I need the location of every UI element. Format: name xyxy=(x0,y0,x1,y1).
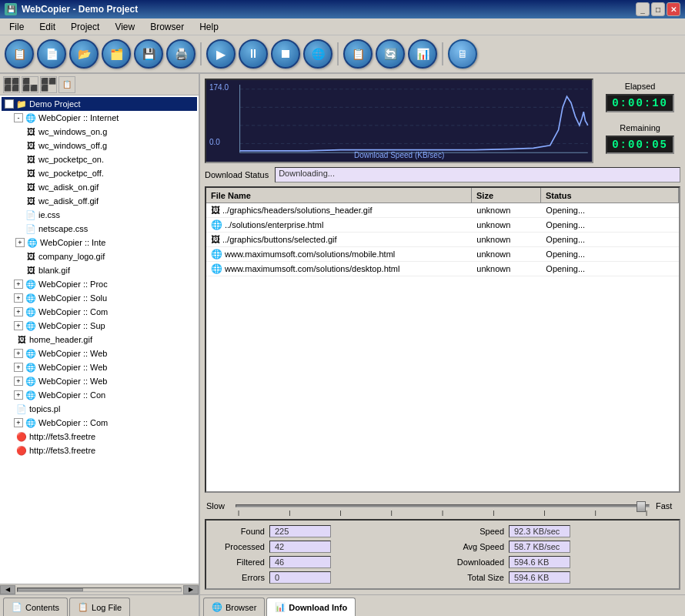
right-panel: 174.0 0.0 Download Speed (KB xyxy=(200,74,685,594)
tree-item-company-logo[interactable]: 🖼 company_logo.gif xyxy=(2,249,197,263)
toolbar-open-button[interactable]: 📄 xyxy=(37,39,66,69)
maximize-button[interactable]: □ xyxy=(651,2,665,16)
tree-expand-webcop-inte2[interactable]: + xyxy=(15,238,25,247)
tree-item-webcop-web3[interactable]: + 🌐 WebCopier :: Web xyxy=(2,374,197,388)
toolbar-print-button[interactable]: 🖨️ xyxy=(166,39,195,69)
toolbar-save-button[interactable]: 💾 xyxy=(134,39,163,69)
tree-item-webcop-sup[interactable]: + 🌐 WebCopier :: Sup xyxy=(2,319,197,333)
tree-item-webcop-com2[interactable]: + 🌐 WebCopier :: Com xyxy=(2,416,197,430)
tree-btn-4[interactable]: 📋 xyxy=(58,76,75,93)
menu-help[interactable]: Help xyxy=(193,20,225,34)
tree-expand-webcop-con[interactable]: + xyxy=(14,390,23,400)
tree-item-http-fets3-2[interactable]: 🔴 http://fets3.freetre xyxy=(2,444,197,457)
tree-item-webcop-inte2[interactable]: + 🌐 WebCopier :: Inte xyxy=(2,236,197,249)
menu-browser[interactable]: Browser xyxy=(144,20,190,34)
tab-download-info[interactable]: 📊 Download Info xyxy=(266,598,356,616)
td-size-3: unknown xyxy=(472,249,541,259)
left-panel: ⬛⬛⬛⬛ ⬛⬛⬛ ⬛⬛⬛ 📋 - 📁 Demo Project - 🌐 WebC… xyxy=(0,74,200,594)
tree-btn-1[interactable]: ⬛⬛⬛⬛ xyxy=(3,76,20,93)
tree-item-http-fets3-1[interactable]: 🔴 http://fets3.freetre xyxy=(2,430,197,444)
tree-icon-netscape-css: 📄 xyxy=(25,223,37,234)
tree-expand-webcop-com2[interactable]: + xyxy=(14,418,23,427)
contents-tab-icon: 📄 xyxy=(12,602,22,612)
tree-item-home-header[interactable]: 🖼 home_header.gif xyxy=(2,333,197,346)
toolbar-stats-button[interactable]: 📊 xyxy=(408,39,437,69)
toolbar-project-button[interactable]: 🗂️ xyxy=(102,39,131,69)
tree-item-wc-pocketpc-off[interactable]: 🖼 wc_pocketpc_off. xyxy=(2,166,197,180)
table-row[interactable]: 🖼 ../graphics/headers/solutions_header.g… xyxy=(206,203,679,218)
tree-item-webcop-internet[interactable]: - 🌐 WebCopier :: Internet xyxy=(2,111,197,125)
tree-item-blank-gif[interactable]: 🖼 blank.gif xyxy=(2,263,197,277)
toolbar-web-button[interactable]: 🌐 xyxy=(303,39,332,69)
tree-expand-webcop-proc[interactable]: + xyxy=(14,280,23,289)
tree-item-demo-project[interactable]: - 📁 Demo Project xyxy=(2,97,197,111)
toolbar-stop-button[interactable]: ⏹ xyxy=(271,39,300,69)
tree-btn-2[interactable]: ⬛⬛⬛ xyxy=(22,76,38,93)
toolbar-folder-button[interactable]: 📂 xyxy=(69,39,99,69)
table-row[interactable]: 🌐 www.maximumsoft.com/solutions/desktop.… xyxy=(206,262,679,276)
tree-label-webcop-web3: WebCopier :: Web xyxy=(38,377,107,386)
td-status-4: Opening... xyxy=(541,263,679,274)
td-status-0: Opening... xyxy=(541,205,679,216)
tree-item-webcop-com1[interactable]: + 🌐 WebCopier :: Com xyxy=(2,305,197,319)
tab-contents[interactable]: 📄 Contents xyxy=(3,598,68,616)
toolbar-pause-button[interactable]: ⏸ xyxy=(239,39,268,69)
table-row[interactable]: 🌐 ../solutions/enterprise.html unknown O… xyxy=(206,218,679,233)
tree-expand-webcop-web1[interactable]: + xyxy=(14,349,23,358)
tree-btn-3[interactable]: ⬛⬛⬛ xyxy=(40,76,57,93)
slow-label: Slow xyxy=(206,501,229,511)
tree-item-webcop-web1[interactable]: + 🌐 WebCopier :: Web xyxy=(2,346,197,360)
tree-expand-demo-project[interactable]: - xyxy=(5,99,14,109)
tree-item-wc-adisk-on[interactable]: 🖼 wc_adisk_on.gif xyxy=(2,180,197,194)
chart-y-max: 174.0 xyxy=(209,83,229,92)
tree-expand-webcop-sup[interactable]: + xyxy=(14,321,23,330)
minimize-button[interactable]: _ xyxy=(636,2,650,16)
errors-value: 0 xyxy=(269,571,331,584)
tree-item-webcop-solu[interactable]: + 🌐 WebCopier :: Solu xyxy=(2,291,197,305)
main-layout: ⬛⬛⬛⬛ ⬛⬛⬛ ⬛⬛⬛ 📋 - 📁 Demo Project - 🌐 WebC… xyxy=(0,74,685,594)
table-row[interactable]: 🌐 www.maximumsoft.com/solutions/mobile.h… xyxy=(206,247,679,262)
tree-label-wc-adisk-on: wc_adisk_on.gif xyxy=(38,182,99,192)
tree-item-ie-css[interactable]: 📄 ie.css xyxy=(2,208,197,222)
tree-item-wc-pocketpc-on[interactable]: 🖼 wc_pocketpc_on. xyxy=(2,152,197,166)
tree-item-topics-pl[interactable]: 📄 topics.pl xyxy=(2,402,197,416)
tree-area[interactable]: - 📁 Demo Project - 🌐 WebCopier :: Intern… xyxy=(0,95,199,584)
tree-expand-webcop-com1[interactable]: + xyxy=(14,307,23,316)
tree-icon-wc-adisk-off: 🖼 xyxy=(25,196,37,206)
tree-icon-webcop-solu: 🌐 xyxy=(25,293,37,303)
table-row[interactable]: 🖼 ../graphics/buttons/selected.gif unkno… xyxy=(206,233,679,247)
tree-item-netscape-css[interactable]: 📄 netscape.css xyxy=(2,222,197,236)
window-title: WebCopier - Demo Project xyxy=(22,4,138,15)
slider-ticks: ||||||||| xyxy=(236,509,649,516)
td-size-0: unknown xyxy=(472,205,541,216)
total-size-value: 594.6 KB xyxy=(509,571,570,584)
tree-item-webcop-con[interactable]: + 🌐 WebCopier :: Con xyxy=(2,388,197,402)
tree-icon-webcop-com1: 🌐 xyxy=(25,306,37,317)
speed-slider-container: Slow ||||||||| Fast xyxy=(205,497,680,515)
tab-logfile[interactable]: 📋 Log File xyxy=(69,598,130,616)
tree-item-wc-windows-on[interactable]: 🖼 wc_windows_on.g xyxy=(2,125,197,139)
td-size-4: unknown xyxy=(472,263,541,274)
tree-item-wc-windows-off[interactable]: 🖼 wc_windows_off.g xyxy=(2,139,197,152)
tree-expand-webcop-solu[interactable]: + xyxy=(14,293,23,303)
close-button[interactable]: ✕ xyxy=(667,2,680,16)
tree-item-wc-adisk-off[interactable]: 🖼 wc_adisk_off.gif xyxy=(2,194,197,208)
tree-expand-webcop-web3[interactable]: + xyxy=(14,377,23,386)
toolbar-refresh-button[interactable]: 🔄 xyxy=(376,39,405,69)
toolbar-copy-button[interactable]: 📋 xyxy=(343,39,373,69)
tree-item-webcop-web2[interactable]: + 🌐 WebCopier :: Web xyxy=(2,360,197,374)
toolbar-new-button[interactable]: 📋 xyxy=(5,39,34,69)
menu-file[interactable]: File xyxy=(3,20,30,34)
toolbar-play-button[interactable]: ▶ xyxy=(206,39,236,69)
tab-browser[interactable]: 🌐 Browser xyxy=(203,598,265,616)
tree-expand-webcop-internet[interactable]: - xyxy=(14,113,23,122)
menu-edit[interactable]: Edit xyxy=(33,20,62,34)
tree-item-webcop-proc[interactable]: + 🌐 WebCopier :: Proc xyxy=(2,277,197,291)
tree-expand-webcop-web2[interactable]: + xyxy=(14,363,23,372)
toolbar-screen-button[interactable]: 🖥 xyxy=(448,39,477,69)
menu-project[interactable]: Project xyxy=(65,20,105,34)
speed-slider-track[interactable]: ||||||||| xyxy=(236,504,650,507)
menu-view[interactable]: View xyxy=(109,20,141,34)
tree-label-wc-adisk-off: wc_adisk_off.gif xyxy=(38,196,99,206)
tree-scrollbar[interactable]: ◀ ▶ xyxy=(0,584,199,594)
